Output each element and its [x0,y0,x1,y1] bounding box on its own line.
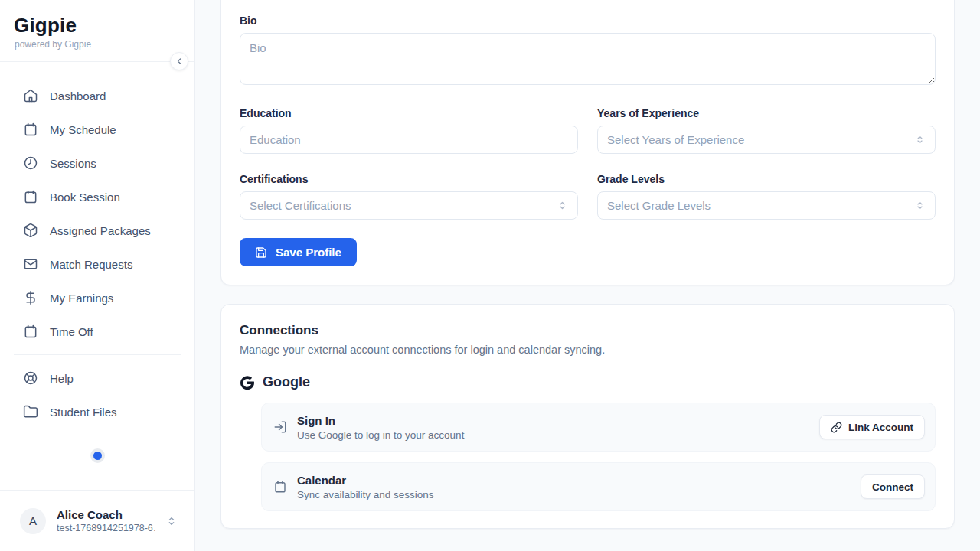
grade-levels-select-value: Select Grade Levels [607,199,710,212]
calendar-icon [23,324,38,339]
connection-rows: Sign In Use Google to log in to your acc… [261,403,936,511]
sidebar-item-label: Sessions [50,157,96,170]
education-label: Education [240,107,578,119]
save-profile-label: Save Profile [276,246,341,259]
user-menu[interactable]: A Alice Coach test-1768914251978-6… [0,490,194,551]
bio-label: Bio [240,15,936,27]
clock-icon [23,155,38,171]
certifications-select-value: Select Certifications [250,199,351,212]
experience-select[interactable]: Select Years of Experience [597,126,936,154]
package-icon [23,223,38,238]
avatar: A [20,508,46,534]
sidebar-header: Gigpie powered by Gigpie [0,0,194,62]
folder-icon [23,404,38,419]
experience-field-group: Years of Experience Select Years of Expe… [597,107,936,154]
chevrons-up-down-icon [165,515,178,527]
calendar-connection-row: Calendar Sync availability and sessions … [261,462,936,511]
profile-form-card: Bio Education Years of Experience Select… [220,0,955,285]
user-id: test-1768914251978-6… [57,523,155,533]
experience-select-value: Select Years of Experience [607,133,744,146]
sidebar-item-label: Time Off [50,325,93,338]
main-content: Bio Education Years of Experience Select… [195,0,980,551]
sidebar-item-dashboard[interactable]: Dashboard [12,79,182,112]
grade-levels-field-group: Grade Levels Select Grade Levels [597,173,936,220]
connections-subtitle: Manage your external account connections… [240,344,936,356]
life-buoy-icon [23,370,38,386]
chevrons-up-down-icon [914,134,926,145]
calendar-icon [23,122,38,137]
calendar-description: Sync availability and sessions [297,489,851,500]
sign-in-title: Sign In [297,414,809,427]
status-dot [93,452,102,460]
log-in-icon [273,420,287,434]
app-tagline: powered by Gigpie [15,39,182,50]
google-g-icon [240,375,255,390]
sidebar-item-assigned-packages[interactable]: Assigned Packages [12,214,182,247]
sidebar-item-match-requests[interactable]: Match Requests [12,247,182,281]
home-icon [23,88,38,103]
dollar-icon [23,290,38,305]
mail-icon [23,256,38,272]
grade-levels-label: Grade Levels [597,173,936,185]
connections-title: Connections [240,323,936,338]
sign-in-description: Use Google to log in to your account [297,429,809,441]
save-icon [255,246,267,259]
chevrons-up-down-icon [914,200,926,211]
certifications-select[interactable]: Select Certifications [240,191,578,220]
link-icon [831,422,842,433]
sidebar-item-label: Help [50,372,74,385]
google-provider-header: Google [240,374,936,390]
certifications-label: Certifications [240,173,578,185]
user-name: Alice Coach [57,508,155,521]
sidebar-item-help[interactable]: Help [12,361,182,395]
connections-card: Connections Manage your external account… [220,304,955,529]
sidebar-item-book-session[interactable]: Book Session [12,180,182,214]
sidebar-item-label: My Earnings [50,292,113,305]
certifications-field-group: Certifications Select Certifications [240,173,578,220]
sidebar-item-label: Student Files [50,406,117,419]
provider-name: Google [263,374,310,390]
calendar-icon [273,480,287,494]
sidebar-item-my-schedule[interactable]: My Schedule [12,112,182,146]
sign-in-connection-row: Sign In Use Google to log in to your acc… [261,403,936,452]
save-profile-button[interactable]: Save Profile [240,238,357,266]
calendar-text: Calendar Sync availability and sessions [297,474,851,500]
grade-levels-select[interactable]: Select Grade Levels [597,191,936,220]
experience-label: Years of Experience [597,107,936,119]
sidebar: Gigpie powered by Gigpie Dashboard My Sc… [0,0,195,551]
connect-label: Connect [872,481,913,493]
calendar-title: Calendar [297,474,851,487]
sidebar-item-my-earnings[interactable]: My Earnings [12,281,182,315]
education-field-group: Education [240,107,578,154]
sidebar-item-label: My Schedule [50,123,116,136]
chevrons-up-down-icon [557,200,568,211]
sidebar-item-sessions[interactable]: Sessions [12,146,182,180]
sign-in-text: Sign In Use Google to log in to your acc… [297,414,809,441]
sidebar-item-student-files[interactable]: Student Files [12,395,182,429]
sidebar-item-label: Match Requests [50,258,132,271]
link-account-button[interactable]: Link Account [819,415,925,439]
sidebar-item-time-off[interactable]: Time Off [12,315,182,348]
connect-button[interactable]: Connect [861,474,925,499]
sidebar-nav: Dashboard My Schedule Sessions Book Sess… [0,62,194,490]
user-meta: Alice Coach test-1768914251978-6… [57,508,155,533]
sidebar-item-label: Assigned Packages [50,224,151,237]
education-input[interactable] [240,126,578,154]
app-logo: Gigpie [14,14,182,37]
bio-textarea[interactable] [240,33,936,85]
sidebar-item-label: Book Session [50,191,120,204]
sidebar-item-label: Dashboard [50,90,106,103]
sidebar-divider [14,354,181,355]
link-account-label: Link Account [848,422,913,433]
sidebar-collapse-button[interactable] [170,52,188,70]
chevron-left-icon [175,57,184,66]
calendar-icon [23,189,38,204]
